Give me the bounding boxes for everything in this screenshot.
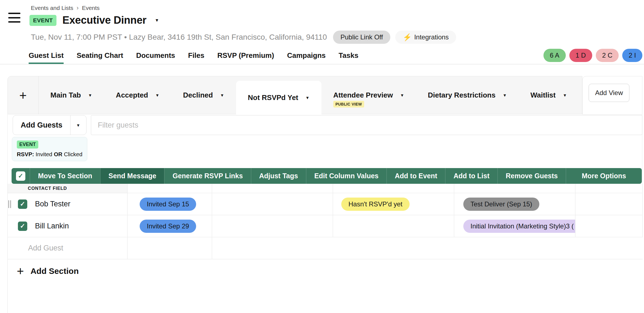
tab-seating-chart[interactable]: Seating Chart: [77, 46, 123, 64]
filter-guests-input[interactable]: [91, 115, 642, 135]
select-all-checkbox[interactable]: ✓: [16, 171, 25, 181]
tab-documents[interactable]: Documents: [136, 46, 175, 64]
subtitle-row: Tue, Nov 11, 7:00 PM PST • Lazy Bear, 34…: [31, 30, 456, 44]
chevron-down-icon[interactable]: ▼: [155, 93, 159, 98]
invite-status-tag[interactable]: Invited Sep 15: [140, 198, 196, 211]
header-divider: [0, 64, 644, 64]
chevron-down-icon[interactable]: ▼: [305, 95, 310, 100]
add-guest-placeholder[interactable]: Add Guest: [8, 244, 63, 252]
view-tab-attendee-preview-label: Attendee Preview: [333, 91, 393, 99]
view-tab-accepted-label: Accepted: [116, 91, 148, 99]
view-tab-not-rsvpd-label: Not RSVPd Yet: [248, 93, 298, 102]
view-tab-declined[interactable]: Declined ▼: [171, 76, 236, 114]
add-to-list-button[interactable]: Add to List: [445, 168, 497, 184]
event-type-badge: EVENT: [29, 15, 56, 26]
contact-field-column-header: CONTACT FIELD: [8, 186, 67, 191]
add-section-button[interactable]: + Add Section: [8, 259, 642, 283]
public-view-badge: PUBLIC VIEW: [333, 101, 364, 107]
public-link-toggle[interactable]: Public Link Off: [333, 31, 390, 44]
add-guests-split-button: Add Guests ▼: [13, 115, 86, 135]
page-title: Executive Dinner: [63, 14, 147, 26]
view-tab-waitlist-label: Waitlist: [531, 91, 556, 99]
breadcrumb-events-and-lists[interactable]: Events and Lists: [31, 5, 73, 11]
breadcrumb-separator-icon: ›: [77, 4, 79, 12]
title-row: EVENT Executive Dinner ▼: [29, 14, 159, 26]
bulk-action-toolbar: ✓ Move To Section Send Message Generate …: [12, 168, 642, 184]
rsvp-status-tag[interactable]: Hasn't RSVP'd yet: [341, 198, 410, 211]
chevron-down-icon[interactable]: ▼: [503, 93, 507, 98]
guest-name[interactable]: Bill Lankin: [35, 222, 69, 230]
add-to-event-button[interactable]: Add to Event: [386, 168, 445, 184]
guest-count-badges: 6 A 1 D 2 C 2 I: [543, 46, 642, 64]
filter-chip-value2: Clicked: [62, 151, 82, 157]
lightning-icon: ⚡: [403, 34, 412, 41]
filter-chip-rsvp-label: RSVP:: [17, 151, 34, 157]
send-message-button[interactable]: Send Message: [100, 168, 164, 184]
filter-chip-condition: RSVP: Invited OR Clicked: [17, 151, 82, 158]
delivery-tag[interactable]: Test Deliver (Sep 15): [463, 198, 539, 211]
table-header-row: CONTACT FIELD: [8, 184, 642, 193]
view-tab-main-label: Main Tab: [50, 91, 81, 99]
tab-campaigns[interactable]: Campaigns: [287, 46, 326, 64]
content-left-border: [7, 114, 8, 184]
breadcrumb: Events and Lists › Events: [31, 4, 100, 12]
guest-name[interactable]: Bob Tester: [35, 200, 71, 208]
integrations-button[interactable]: ⚡ Integrations: [395, 31, 456, 44]
filter-chip-event-badge: EVENT: [17, 141, 38, 149]
title-chevron-down-icon[interactable]: ▼: [155, 18, 159, 23]
filter-chip-value1: Invited: [34, 151, 54, 157]
hamburger-menu-icon[interactable]: [8, 13, 20, 23]
chevron-down-icon[interactable]: ▼: [563, 93, 567, 98]
add-section-label: Add Section: [31, 266, 79, 276]
invite-status-tag[interactable]: Invited Sep 29: [140, 220, 196, 233]
row-checkbox[interactable]: ✓: [18, 222, 27, 231]
clicked-count-badge[interactable]: 2 C: [596, 49, 619, 62]
breadcrumb-events[interactable]: Events: [82, 5, 99, 11]
view-tab-not-rsvpd-yet[interactable]: Not RSVPd Yet ▼: [236, 81, 321, 115]
view-tab-strip: + Main Tab ▼ Accepted ▼ Declined ▼ Not R…: [7, 76, 582, 114]
view-tab-main[interactable]: Main Tab ▼: [39, 76, 104, 114]
guest-table: CONTACT FIELD ✓ Bob Tester Invited Sep 1…: [7, 184, 642, 313]
edit-column-values-button[interactable]: Edit Column Values: [306, 168, 386, 184]
add-view-panel: Add View: [582, 76, 642, 115]
tab-tasks[interactable]: Tasks: [339, 46, 358, 64]
add-guests-dropdown-icon[interactable]: ▼: [71, 115, 86, 135]
view-tab-declined-label: Declined: [183, 91, 213, 99]
remove-guests-button[interactable]: Remove Guests: [497, 168, 566, 184]
table-row: ✓ Bob Tester Invited Sep 15 Hasn't RSVP'…: [8, 193, 642, 215]
view-tab-dietary-restrictions[interactable]: Dietary Restrictions ▼: [416, 76, 519, 114]
tab-guest-list[interactable]: Guest List: [29, 46, 64, 64]
invited-count-badge[interactable]: 2 I: [622, 49, 642, 62]
generate-rsvp-links-button[interactable]: Generate RSVP Links: [164, 168, 251, 184]
chevron-down-icon[interactable]: ▼: [220, 93, 224, 98]
add-guests-button[interactable]: Add Guests: [13, 115, 71, 135]
table-row: ✓ Bill Lankin Invited Sep 29 Initial Inv…: [8, 215, 642, 237]
guest-list-app: Events and Lists › Events EVENT Executiv…: [0, 0, 644, 313]
declined-count-badge[interactable]: 1 D: [569, 49, 592, 62]
tab-rsvp-premium[interactable]: RSVP (Premium): [217, 46, 274, 64]
delivery-tag[interactable]: Initial Invitation (Marketing Style)3 (: [463, 220, 575, 233]
table-empty-area: [8, 283, 642, 313]
active-filter-chip[interactable]: EVENT RSVP: Invited OR Clicked: [12, 137, 87, 161]
chevron-down-icon[interactable]: ▼: [88, 93, 92, 98]
row-checkbox[interactable]: ✓: [18, 199, 27, 209]
event-datetime-location: Tue, Nov 11, 7:00 PM PST • Lazy Bear, 34…: [31, 33, 327, 42]
move-to-section-button[interactable]: Move To Section: [30, 168, 100, 184]
view-tab-dietary-label: Dietary Restrictions: [428, 91, 496, 99]
main-nav: Guest List Seating Chart Documents Files…: [29, 46, 644, 64]
adjust-tags-button[interactable]: Adjust Tags: [251, 168, 306, 184]
add-tab-button[interactable]: +: [8, 76, 39, 114]
tab-files[interactable]: Files: [188, 46, 204, 64]
view-tab-accepted[interactable]: Accepted ▼: [104, 76, 171, 114]
integrations-label: Integrations: [414, 33, 449, 41]
add-guest-row[interactable]: Add Guest: [8, 237, 642, 259]
drag-handle[interactable]: [8, 200, 11, 208]
accepted-count-badge[interactable]: 6 A: [543, 49, 566, 62]
more-options-button[interactable]: More Options: [566, 168, 642, 184]
chevron-down-icon[interactable]: ▼: [400, 93, 404, 98]
filter-chip-or-label: OR: [54, 151, 62, 157]
view-tab-waitlist[interactable]: Waitlist ▼: [519, 76, 579, 114]
plus-icon: +: [17, 265, 24, 277]
add-view-button[interactable]: Add View: [589, 84, 629, 102]
view-tab-attendee-preview[interactable]: Attendee Preview ▼ PUBLIC VIEW: [321, 76, 416, 114]
